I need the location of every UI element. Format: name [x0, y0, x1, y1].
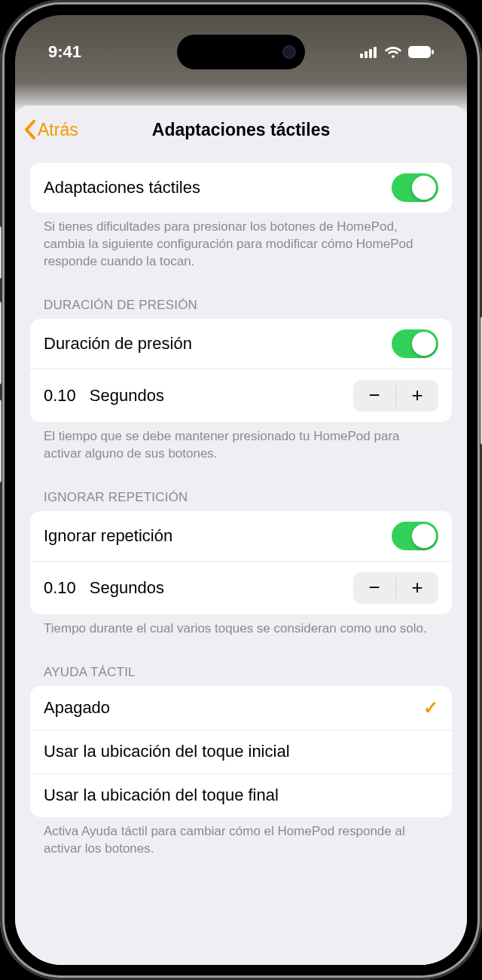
minus-icon: − — [368, 384, 380, 407]
nav-bar: Atrás Adaptaciones táctiles — [15, 106, 467, 154]
card: Apagado ✓ Usar la ubicación del toque in… — [30, 686, 452, 817]
row-label: Adaptaciones táctiles — [44, 178, 392, 198]
row-label: Duración de presión — [44, 334, 392, 354]
svg-rect-5 — [432, 50, 434, 54]
increment-button[interactable]: + — [396, 380, 438, 412]
group-header: IGNORAR REPETICIÓN — [30, 472, 452, 511]
option-label: Usar la ubicación del toque final — [44, 786, 438, 805]
hold-duration-row[interactable]: Duración de presión — [30, 319, 452, 369]
decrement-button[interactable]: − — [353, 572, 395, 604]
side-button — [0, 400, 2, 482]
minus-icon: − — [368, 576, 380, 599]
card: Adaptaciones táctiles — [30, 163, 452, 213]
svg-rect-0 — [360, 54, 363, 58]
row-label: Ignorar repetición — [44, 526, 392, 546]
switch-knob — [412, 524, 436, 548]
svg-rect-3 — [374, 47, 377, 58]
ignore-repeat-toggle[interactable] — [392, 522, 438, 550]
dynamic-island — [177, 35, 305, 69]
ignore-repeat-stepper: − + — [353, 572, 438, 604]
wifi-icon — [384, 45, 402, 59]
phone-frame: 9:41 Atrás Adaptaciones táctiles — [0, 0, 482, 980]
settings-sheet: Atrás Adaptaciones táctiles Adaptaciones… — [15, 106, 467, 965]
back-button[interactable]: Atrás — [24, 120, 78, 140]
hold-duration-toggle[interactable] — [392, 329, 438, 358]
hold-duration-value-row: 0.10 Segundos − + — [30, 369, 452, 422]
ignore-repeat-value: 0.10 — [44, 578, 76, 598]
touch-accommodations-row[interactable]: Adaptaciones táctiles — [30, 163, 452, 213]
hold-duration-value: 0.10 — [44, 386, 76, 406]
status-time: 9:41 — [48, 42, 81, 62]
tap-assist-group: AYUDA TÁCTIL Apagado ✓ Usar la ubicación… — [30, 647, 452, 858]
card: Duración de presión 0.10 Segundos − + — [30, 319, 452, 422]
tap-assist-option-off[interactable]: Apagado ✓ — [30, 686, 452, 730]
group-header: DURACIÓN DE PRESIÓN — [30, 280, 452, 319]
group-footer: El tiempo que se debe mantener presionad… — [30, 422, 452, 463]
hold-duration-unit: Segundos — [90, 386, 164, 406]
decrement-button[interactable]: − — [353, 380, 395, 412]
switch-knob — [412, 332, 436, 356]
back-label: Atrás — [38, 120, 78, 140]
status-icons — [360, 45, 434, 59]
cellular-icon — [360, 46, 378, 58]
chevron-left-icon — [24, 120, 36, 139]
option-label: Usar la ubicación del toque inicial — [44, 742, 438, 761]
plus-icon: + — [411, 384, 423, 407]
switch-knob — [412, 176, 436, 200]
svg-rect-4 — [408, 46, 431, 58]
battery-icon — [408, 46, 434, 58]
ignore-repeat-value-row: 0.10 Segundos − + — [30, 561, 452, 614]
main-toggle-group: Adaptaciones táctiles Si tienes dificult… — [30, 163, 452, 271]
touch-accommodations-toggle[interactable] — [392, 173, 438, 202]
hold-duration-group: DURACIÓN DE PRESIÓN Duración de presión … — [30, 280, 452, 463]
page-title: Adaptaciones táctiles — [15, 120, 467, 140]
hold-duration-stepper: − + — [353, 380, 438, 412]
camera-icon — [282, 45, 296, 59]
checkmark-icon: ✓ — [423, 697, 438, 718]
side-button — [0, 226, 2, 279]
increment-button[interactable]: + — [396, 572, 438, 604]
ignore-repeat-unit: Segundos — [90, 578, 164, 598]
group-footer: Tiempo durante el cual varios toques se … — [30, 614, 452, 638]
option-label: Apagado — [44, 698, 423, 718]
tap-assist-option-final[interactable]: Usar la ubicación del toque final — [30, 773, 452, 817]
ignore-repeat-group: IGNORAR REPETICIÓN Ignorar repetición 0.… — [30, 472, 452, 638]
plus-icon: + — [411, 576, 423, 599]
svg-rect-2 — [369, 49, 372, 58]
screen: 9:41 Atrás Adaptaciones táctiles — [15, 15, 467, 965]
card: Ignorar repetición 0.10 Segundos − + — [30, 511, 452, 614]
group-header: AYUDA TÁCTIL — [30, 647, 452, 686]
side-button — [0, 302, 2, 384]
ignore-repeat-row[interactable]: Ignorar repetición — [30, 511, 452, 561]
tap-assist-option-initial[interactable]: Usar la ubicación del toque inicial — [30, 730, 452, 773]
group-footer: Activa Ayuda táctil para cambiar cómo el… — [30, 817, 452, 858]
group-footer: Si tienes dificultades para presionar lo… — [30, 213, 452, 271]
svg-rect-1 — [365, 51, 368, 58]
